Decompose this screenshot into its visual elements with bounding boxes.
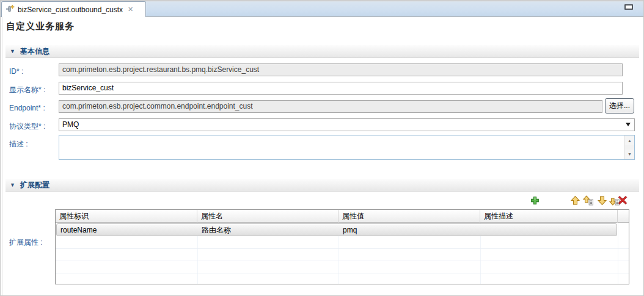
table-row-selected[interactable]: routeName 路由名称 pmq [56,223,617,236]
display-name-label: 显示名称* : [9,84,45,96]
editor-left-border [2,17,2,296]
ext-props-label: 扩展属性 : [9,237,43,248]
editor-tab[interactable]: bizService_cust.outbound_custx ✕ [1,1,146,17]
description-label: 描述 : [9,138,28,150]
section-title: 扩展配置 [20,180,49,190]
cell-prop-value: pmq [339,224,480,237]
col-header-prop-desc[interactable]: 属性描述 [480,210,618,223]
editor-window: bizService_cust.outbound_custx ✕ 自定义业务服务… [0,0,644,296]
ext-props-table[interactable]: 属性标识 属性名 属性值 属性描述 routeName 路由名称 pmq [55,209,629,284]
description-scrollbar[interactable]: ▲ ▼ [624,135,634,159]
collapse-triangle-icon[interactable]: ▼ [10,182,15,188]
col-header-prop-key[interactable]: 属性标识 [56,210,197,223]
endpoint-label: Endpoint* : [9,102,45,114]
section-header-basic-info[interactable]: ▼ 基本信息 [5,45,639,58]
protocol-type-value: PMQ [62,120,79,129]
table-row-empty [56,261,629,273]
move-down-icon[interactable] [597,195,607,206]
add-row-icon[interactable] [530,195,540,206]
description-textarea[interactable]: ▲ ▼ [59,135,635,160]
cell-prop-name: 路由名称 [198,224,338,237]
chevron-down-icon [626,123,631,126]
section-header-ext-config[interactable]: ▼ 扩展配置 [5,179,639,192]
cell-prop-desc [481,224,615,237]
cell-prop-key: routeName [57,224,197,237]
scroll-down-icon[interactable]: ▼ [625,150,634,159]
move-to-top-icon[interactable] [583,195,593,206]
collapse-triangle-icon[interactable]: ▼ [10,48,15,54]
display-name-field[interactable]: bizService_cust [59,82,623,95]
move-up-icon[interactable] [570,195,580,206]
tab-title: bizService_cust.outbound_custx [18,5,123,14]
endpoint-field[interactable]: com.primeton.esb.project.common.endpoint… [59,100,602,113]
minimize-icon[interactable] [624,4,633,10]
id-label: ID* : [9,65,23,78]
col-header-prop-name[interactable]: 属性名 [197,210,338,223]
col-header-prop-value[interactable]: 属性值 [338,210,480,223]
tab-bar: bizService_cust.outbound_custx ✕ [1,1,644,17]
tab-close-icon[interactable]: ✕ [128,5,133,13]
table-header-row: 属性标识 属性名 属性值 属性描述 [56,210,629,223]
id-field[interactable]: com.primeton.esb.project.restaurant.bs.p… [59,63,623,76]
col-header-filler [618,210,629,223]
scroll-up-icon[interactable]: ▲ [625,136,634,145]
endpoint-browse-button[interactable]: 选择... [605,98,634,114]
service-file-icon [5,4,15,15]
section-title: 基本信息 [20,46,49,57]
table-row-empty [56,249,629,261]
protocol-type-dropdown[interactable]: PMQ [59,118,635,131]
protocol-type-label: 协议类型* : [9,120,45,132]
table-row-empty [56,273,629,286]
delete-row-icon[interactable] [618,195,628,206]
page-title: 自定义业务服务 [6,21,75,32]
table-row-empty [56,237,629,249]
